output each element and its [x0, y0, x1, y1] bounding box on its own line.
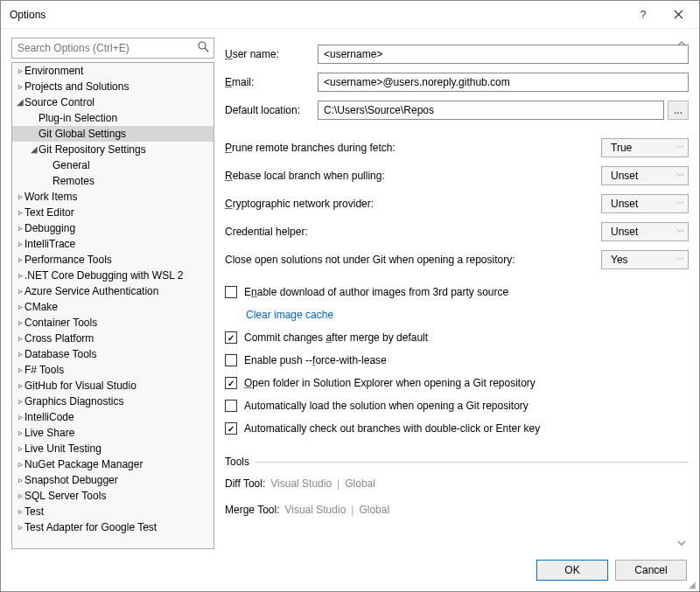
tree-item[interactable]: ▹CMake — [12, 299, 214, 315]
expand-collapse-icon[interactable]: ▹ — [16, 394, 24, 409]
tree-item-label: Azure Service Authentication — [24, 283, 158, 299]
scroll-down-button[interactable] — [675, 537, 689, 549]
tree-item[interactable]: ▹Work Items — [12, 189, 214, 205]
expand-collapse-icon[interactable]: ▹ — [16, 315, 24, 331]
commit-after-merge-checkbox[interactable] — [225, 331, 237, 344]
rebase-value: Unset — [611, 170, 638, 182]
tree-item[interactable]: ▹Cross Platform — [12, 331, 214, 346]
close-button[interactable] — [661, 3, 696, 27]
expand-collapse-icon[interactable]: ▹ — [16, 252, 24, 268]
tree-item[interactable]: ▹Debugging — [12, 220, 214, 236]
push-force-checkbox[interactable] — [225, 354, 237, 366]
tree-item[interactable]: ▹Live Share — [12, 425, 214, 441]
cancel-button[interactable]: Cancel — [615, 560, 687, 581]
expand-collapse-icon[interactable]: ▹ — [16, 519, 24, 535]
expand-collapse-icon[interactable]: ▹ — [16, 236, 24, 252]
tree-item[interactable]: ▹Graphics Diagnostics — [12, 394, 214, 409]
expand-collapse-icon[interactable]: ▹ — [16, 441, 24, 456]
ok-button[interactable]: OK — [536, 560, 608, 581]
username-input[interactable] — [318, 45, 689, 64]
tree-item[interactable]: Git Global Settings — [12, 126, 214, 142]
help-button[interactable]: ? — [626, 3, 661, 27]
browse-button[interactable]: ... — [668, 101, 689, 120]
clear-image-cache-link[interactable]: Clear image cache — [246, 309, 333, 321]
tree-item[interactable]: ▹Environment — [12, 63, 214, 79]
separator-icon: | — [337, 477, 340, 490]
expand-collapse-icon[interactable]: ◢ — [30, 142, 38, 157]
email-input[interactable] — [318, 73, 689, 92]
tree-item[interactable]: ▹GitHub for Visual Studio — [12, 378, 214, 394]
tree-item[interactable]: ▹Container Tools — [12, 315, 214, 331]
credhelper-dropdown[interactable]: Unset﹀ — [601, 222, 689, 241]
tree-item[interactable]: Plug-in Selection — [12, 110, 214, 126]
chevron-down-icon: ﹀ — [676, 143, 684, 154]
tree-item[interactable]: Remotes — [12, 173, 214, 189]
expand-collapse-icon[interactable]: ▹ — [16, 425, 24, 441]
tree-item[interactable]: General — [12, 157, 214, 173]
chevron-up-icon — [677, 41, 686, 46]
tree-item-label: Projects and Solutions — [24, 79, 129, 94]
tree-item[interactable]: ▹Azure Service Authentication — [12, 283, 214, 299]
auto-load-checkbox[interactable] — [225, 400, 237, 412]
expand-collapse-icon[interactable]: ▹ — [16, 63, 24, 79]
tree-item-label: .NET Core Debugging with WSL 2 — [24, 268, 183, 283]
tree-item[interactable]: ▹.NET Core Debugging with WSL 2 — [12, 268, 214, 283]
options-tree[interactable]: ▹Environment▹Projects and Solutions◢Sour… — [12, 63, 214, 548]
expand-collapse-icon[interactable]: ▹ — [16, 409, 24, 425]
tree-item[interactable]: ▹Performance Tools — [12, 252, 214, 268]
chevron-down-icon: ﹀ — [676, 226, 684, 238]
tree-item[interactable]: ▹Projects and Solutions — [12, 79, 214, 94]
tree-item[interactable]: ▹IntelliCode — [12, 409, 214, 425]
expand-collapse-icon[interactable]: ◢ — [16, 94, 24, 110]
expand-collapse-icon[interactable]: ▹ — [16, 220, 24, 236]
merge-tool-global-option[interactable]: Global — [359, 504, 389, 516]
tree-item[interactable]: ▹Snapshot Debugger — [12, 472, 214, 488]
rebase-dropdown[interactable]: Unset﹀ — [601, 166, 689, 185]
chevron-down-icon: ﹀ — [676, 254, 684, 266]
title-bar: Options ? — [1, 1, 699, 29]
expand-collapse-icon[interactable]: ▹ — [16, 346, 24, 362]
expand-collapse-icon[interactable]: ▹ — [16, 488, 24, 504]
expand-collapse-icon[interactable]: ▹ — [16, 331, 24, 346]
tree-item[interactable]: ▹Test Adapter for Google Test — [12, 519, 214, 535]
crypto-dropdown[interactable]: Unset﹀ — [601, 194, 689, 213]
search-input[interactable] — [11, 38, 214, 59]
expand-collapse-icon[interactable]: ▹ — [16, 504, 24, 519]
enable-download-checkbox[interactable] — [225, 286, 237, 298]
expand-collapse-icon[interactable]: ▹ — [16, 268, 24, 283]
merge-tool-vs-option[interactable]: Visual Studio — [284, 504, 346, 516]
tree-item[interactable]: ▹Live Unit Testing — [12, 441, 214, 456]
closeopen-label: Close open solutions not under Git when … — [225, 254, 601, 266]
tree-item[interactable]: ◢Source Control — [12, 94, 214, 110]
tree-item[interactable]: ▹Test — [12, 504, 214, 519]
resize-grip-icon[interactable]: ◢ — [689, 580, 696, 589]
expand-collapse-icon[interactable]: ▹ — [16, 362, 24, 378]
default-location-input[interactable] — [318, 101, 664, 120]
tree-item[interactable]: ▹Text Editor — [12, 205, 214, 220]
expand-collapse-icon[interactable]: ▹ — [16, 189, 24, 205]
scroll-up-button[interactable] — [675, 38, 689, 50]
expand-collapse-icon[interactable]: ▹ — [16, 378, 24, 394]
tree-item[interactable]: ▹F# Tools — [12, 362, 214, 378]
tree-item[interactable]: ▹SQL Server Tools — [12, 488, 214, 504]
diff-tool-global-option[interactable]: Global — [345, 477, 375, 490]
open-folder-label: Open folder in Solution Explorer when op… — [244, 377, 536, 389]
tree-item-label: Test Adapter for Google Test — [24, 519, 157, 535]
open-folder-checkbox[interactable] — [225, 377, 237, 389]
tree-item[interactable]: ▹IntelliTrace — [12, 236, 214, 252]
expand-collapse-icon[interactable]: ▹ — [16, 472, 24, 488]
auto-checkout-checkbox[interactable] — [225, 422, 237, 435]
tree-item[interactable]: ▹Database Tools — [12, 346, 214, 362]
expand-collapse-icon[interactable]: ▹ — [16, 456, 24, 472]
expand-collapse-icon[interactable]: ▹ — [16, 79, 24, 94]
tree-item[interactable]: ◢Git Repository Settings — [12, 142, 214, 157]
tree-item[interactable]: ▹NuGet Package Manager — [12, 456, 214, 472]
prune-dropdown[interactable]: True﹀ — [601, 138, 689, 157]
closeopen-value: Yes — [611, 254, 628, 266]
expand-collapse-icon[interactable]: ▹ — [16, 283, 24, 299]
closeopen-dropdown[interactable]: Yes﹀ — [601, 250, 689, 269]
diff-tool-vs-option[interactable]: Visual Studio — [270, 477, 332, 490]
expand-collapse-icon[interactable]: ▹ — [16, 205, 24, 220]
search-box[interactable] — [11, 38, 214, 59]
expand-collapse-icon[interactable]: ▹ — [16, 299, 24, 315]
